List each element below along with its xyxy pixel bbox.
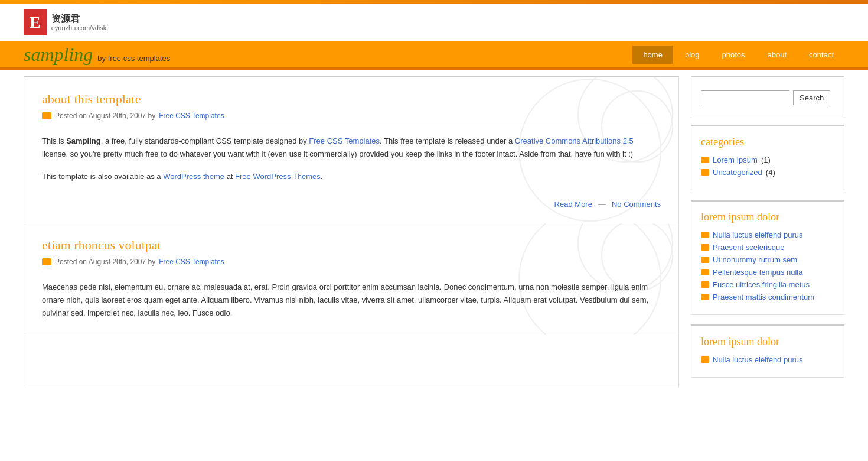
widget-1: lorem ipsum dolor Nulla luctus eleifend … — [691, 200, 844, 315]
category-icon-2 — [701, 169, 709, 176]
post-2-author[interactable]: Free CSS Templates — [159, 258, 224, 266]
nav-links: home blog photos about contact — [632, 46, 844, 64]
widget1-link-4[interactable]: Fusce ultrices fringilla metus — [713, 280, 810, 289]
post-1-date: Posted on August 20th, 2007 by — [55, 112, 155, 120]
nav-item-blog[interactable]: blog — [674, 46, 710, 64]
post1-mid1: , a free, fully standards-compliant CSS … — [101, 137, 309, 145]
widget1-item-5: Praesent mattis condimentum — [701, 293, 834, 301]
widget2-list: Nulla luctus eleifend purus — [701, 355, 834, 364]
widget1-link-0[interactable]: Nulla luctus eleifend purus — [713, 230, 802, 239]
nav-item-home[interactable]: home — [632, 46, 673, 64]
post1-bold: Sampling — [66, 137, 101, 145]
widget1-list: Nulla luctus eleifend purus Praesent sce… — [701, 230, 834, 301]
post-2-content: Maecenas pede nisl, elementum eu, ornare… — [42, 281, 661, 320]
widget1-link-1[interactable]: Praesent scelerisque — [713, 243, 784, 252]
post-1-footer: Read More — No Comments — [42, 194, 661, 209]
category-link-2[interactable]: Uncategorized — [713, 168, 762, 177]
widget1-title: lorem ipsum dolor — [701, 211, 834, 223]
post1-para2-start: This template is also available as a — [42, 172, 163, 181]
widget1-icon-1 — [701, 244, 709, 251]
search-button[interactable]: Search — [793, 90, 830, 105]
sidebar: Search categories Lorem Ipsum (1) Uncate… — [691, 76, 844, 387]
widget1-link-5[interactable]: Praesent mattis condimentum — [713, 293, 814, 301]
read-more-link[interactable]: Read More — [554, 200, 592, 209]
widget2-item-0: Nulla luctus eleifend purus — [701, 355, 834, 364]
widget2-title: lorem ipsum dolor — [701, 336, 834, 348]
post-1: about this template Posted on August 20t… — [24, 77, 678, 223]
post1-link3[interactable]: WordPress theme — [163, 172, 224, 181]
post-1-meta: Posted on August 20th, 2007 by Free CSS … — [42, 112, 661, 126]
post1-para2-end: . — [321, 172, 323, 181]
search-input[interactable] — [701, 90, 789, 105]
widget1-icon-0 — [701, 232, 709, 238]
no-comments-link[interactable]: No Comments — [612, 200, 661, 209]
logo[interactable]: E 资源君 eyunzhu.com/vdisk — [24, 9, 106, 35]
widget-2: lorem ipsum dolor Nulla luctus eleifend … — [691, 324, 844, 378]
widget2-link-0[interactable]: Nulla luctus eleifend purus — [713, 355, 802, 364]
categories-list: Lorem Ipsum (1) Uncategorized (4) — [701, 155, 834, 177]
category-item-2: Uncategorized (4) — [701, 168, 834, 177]
widget1-link-2[interactable]: Ut nonummy rutrum sem — [713, 255, 797, 264]
post-2-meta: Posted on August 20th, 2007 by Free CSS … — [42, 258, 661, 272]
post-meta-icon — [42, 112, 51, 119]
post1-link4[interactable]: Free WordPress Themes — [235, 172, 321, 181]
category-item-1: Lorem Ipsum (1) — [701, 155, 834, 164]
post-2-meta-icon — [42, 258, 51, 265]
post-2-title: etiam rhoncus volutpat — [42, 238, 661, 253]
nav-bar: sampling by free css templates home blog… — [0, 41, 868, 67]
logo-text: 资源君 eyunzhu.com/vdisk — [51, 13, 107, 32]
nav-underline — [0, 67, 868, 70]
footer-sep: — — [598, 200, 606, 209]
post-1-title: about this template — [42, 92, 661, 107]
post-1-content: This is Sampling, a free, fully standard… — [42, 135, 661, 183]
post1-para2-mid: at — [224, 172, 235, 181]
category-count-2: (4) — [766, 168, 775, 177]
site-subtitle: by free css templates — [97, 54, 170, 63]
logo-letter: E — [24, 9, 47, 35]
widget1-item-2: Ut nonummy rutrum sem — [701, 255, 834, 264]
category-link-1[interactable]: Lorem Ipsum — [713, 155, 758, 164]
logo-en: eyunzhu.com/vdisk — [51, 24, 107, 32]
nav-item-contact[interactable]: contact — [798, 46, 844, 64]
widget1-item-4: Fusce ultrices fringilla metus — [701, 280, 834, 289]
post1-mid2: . This free template is released under a — [380, 137, 515, 145]
categories-widget: categories Lorem Ipsum (1) Uncategorized… — [691, 125, 844, 190]
categories-title: categories — [701, 136, 834, 148]
category-icon-1 — [701, 157, 709, 163]
header: E 资源君 eyunzhu.com/vdisk — [0, 4, 868, 41]
search-form: Search — [701, 90, 834, 105]
widget1-icon-4 — [701, 281, 709, 288]
post-2-date: Posted on August 20th, 2007 by — [55, 258, 155, 266]
post-2: etiam rhoncus volutpat Posted on August … — [24, 223, 678, 335]
nav-item-photos[interactable]: photos — [711, 46, 755, 64]
site-title-area: sampling by free css templates — [24, 44, 632, 66]
post1-link1[interactable]: Free CSS Templates — [309, 137, 380, 145]
widget1-item-3: Pellentesque tempus nulla — [701, 268, 834, 277]
search-widget: Search — [691, 76, 844, 115]
widget2-icon-0 — [701, 356, 709, 363]
site-title: sampling — [24, 44, 93, 66]
widget1-link-3[interactable]: Pellentesque tempus nulla — [713, 268, 803, 277]
widget1-icon-2 — [701, 257, 709, 263]
widget1-item-0: Nulla luctus eleifend purus — [701, 230, 834, 239]
content-area: about this template Posted on August 20t… — [24, 76, 679, 387]
main-layout: about this template Posted on August 20t… — [0, 76, 868, 387]
post1-link2[interactable]: Creative Commons Attributions 2.5 — [515, 137, 634, 145]
post2-body: Maecenas pede nisl, elementum eu, ornare… — [42, 281, 661, 320]
nav-item-about[interactable]: about — [757, 46, 798, 64]
post1-intro: This is — [42, 137, 66, 145]
widget1-icon-5 — [701, 294, 709, 300]
widget1-item-1: Praesent scelerisque — [701, 243, 834, 252]
category-count-1: (1) — [761, 155, 771, 164]
post-1-author[interactable]: Free CSS Templates — [159, 112, 224, 120]
post1-end1: license, so you're pretty much free to d… — [42, 150, 633, 158]
widget1-icon-3 — [701, 269, 709, 275]
logo-zh: 资源君 — [51, 13, 107, 24]
